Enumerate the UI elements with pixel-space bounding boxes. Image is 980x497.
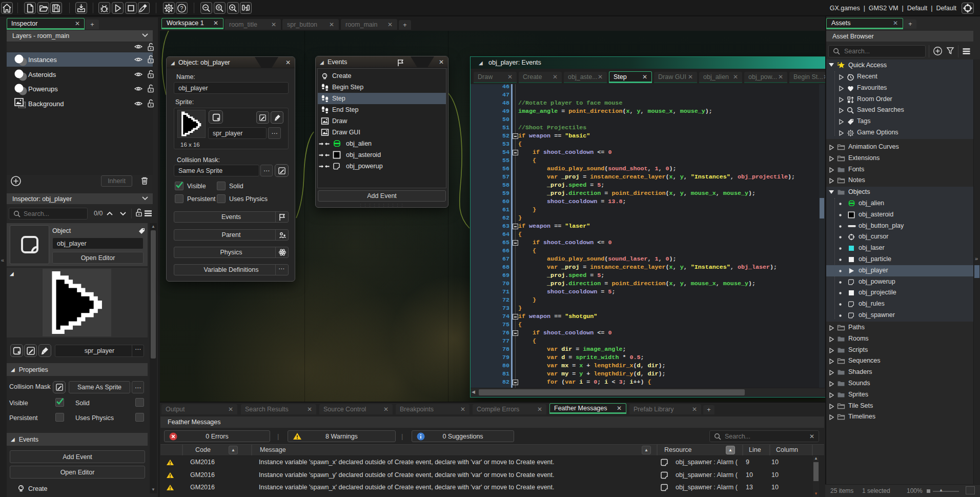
svg-text:?: ?	[180, 5, 183, 11]
